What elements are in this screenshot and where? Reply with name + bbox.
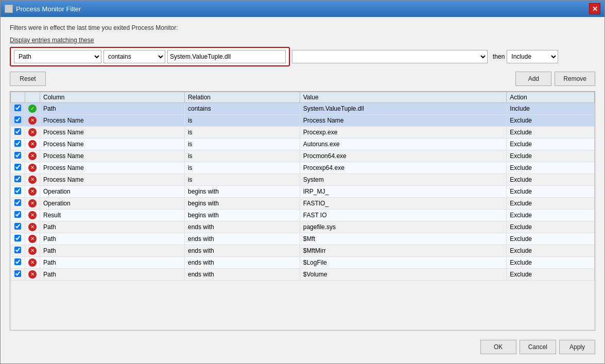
exclude-icon: ✕ (28, 116, 37, 125)
col-icon (25, 92, 40, 103)
exclude-icon: ✕ (28, 235, 37, 243)
table-row[interactable]: ✕Process NameisProcexp.exeExclude (11, 127, 595, 138)
cell-relation: is (184, 115, 300, 127)
row-checkbox[interactable] (14, 211, 21, 218)
row-checkbox[interactable] (14, 258, 21, 265)
filter-section: Display entries matching these Path Proc… (10, 37, 595, 66)
row-checkbox[interactable] (14, 199, 21, 206)
cell-column: Process Name (40, 150, 185, 162)
row-checkbox[interactable] (14, 270, 21, 277)
col-relation: Relation (184, 92, 300, 103)
cell-relation: ends with (184, 245, 300, 257)
exclude-icon: ✕ (28, 176, 37, 184)
add-button[interactable]: Add (515, 72, 551, 86)
filter-label: Display entries matching these (10, 37, 595, 44)
row-checkbox[interactable] (14, 187, 21, 194)
apply-button[interactable]: Apply (559, 340, 595, 354)
exclude-icon: ✕ (28, 128, 37, 136)
exclude-icon: ✕ (28, 223, 37, 231)
info-text: Filters were in effect the last time you… (10, 24, 595, 31)
exclude-icon: ✕ (28, 199, 37, 207)
table-row[interactable]: ✕Operationbegins withIRP_MJ_Exclude (11, 186, 595, 198)
table-row[interactable]: ✓PathcontainsSystem.ValueTuple.dllInclud… (11, 103, 595, 115)
exclude-icon: ✕ (28, 140, 37, 148)
table-body: ✓PathcontainsSystem.ValueTuple.dllInclud… (11, 103, 595, 281)
add-remove-group: Add Remove (515, 72, 595, 86)
table-row[interactable]: ✕Process NameisProcmon64.exeExclude (11, 150, 595, 162)
cell-column: Path (40, 245, 185, 257)
cell-column: Operation (40, 186, 185, 198)
remove-button[interactable]: Remove (555, 72, 595, 86)
filter-row: Path Process Name Operation Result conta… (10, 47, 595, 66)
row-checkbox[interactable] (14, 116, 21, 123)
action-select[interactable]: Include Exclude (507, 50, 558, 63)
col-check (11, 92, 25, 103)
row-checkbox[interactable] (14, 140, 21, 147)
exclude-icon: ✕ (28, 258, 37, 267)
cell-column: Path (40, 221, 185, 233)
value-input[interactable] (167, 50, 286, 63)
table-row[interactable]: ✕Process NameisProcexp64.exeExclude (11, 162, 595, 174)
exclude-icon: ✕ (28, 270, 37, 279)
table-row[interactable]: ✕Pathends with$MftExclude (11, 233, 595, 245)
cell-value: $LogFile (300, 257, 507, 269)
exclude-icon: ✕ (28, 187, 37, 196)
cell-value: FAST IO (300, 210, 507, 221)
row-checkbox[interactable] (14, 223, 21, 230)
cell-action: Exclude (507, 257, 595, 269)
row-checkbox[interactable] (14, 128, 21, 135)
row-checkbox[interactable] (14, 247, 21, 253)
cell-column: Process Name (40, 174, 185, 186)
table-row[interactable]: ✕Pathends with$MftMirrExclude (11, 245, 595, 257)
close-button[interactable]: ✕ (589, 3, 600, 14)
extra-value-select[interactable] (292, 50, 488, 63)
cell-action: Exclude (507, 174, 595, 186)
cell-column: Path (40, 269, 185, 281)
cell-action: Exclude (507, 245, 595, 257)
cell-relation: ends with (184, 257, 300, 269)
reset-button[interactable]: Reset (10, 72, 46, 86)
column-select[interactable]: Path Process Name Operation Result (14, 50, 101, 63)
filter-table-container: Column Relation Value Action ✓Pathcontai… (10, 91, 595, 331)
cell-relation: is (184, 174, 300, 186)
row-checkbox[interactable] (14, 235, 21, 241)
table-row[interactable]: ✕Resultbegins withFAST IOExclude (11, 210, 595, 221)
cell-action: Exclude (507, 150, 595, 162)
table-row[interactable]: ✕Pathends with$VolumeExclude (11, 269, 595, 281)
then-label: then (493, 53, 505, 60)
ok-button[interactable]: OK (480, 340, 516, 354)
cell-action: Exclude (507, 186, 595, 198)
cell-value: $Volume (300, 269, 507, 281)
cell-action: Exclude (507, 233, 595, 245)
row-checkbox[interactable] (14, 152, 21, 159)
row-checkbox[interactable] (14, 105, 21, 111)
cell-value: IRP_MJ_ (300, 186, 507, 198)
bottom-button-row: OK Cancel Apply (10, 336, 595, 356)
cancel-button[interactable]: Cancel (520, 340, 556, 354)
cell-value: $MftMirr (300, 245, 507, 257)
exclude-icon: ✕ (28, 152, 37, 160)
cell-value: Procmon64.exe (300, 150, 507, 162)
cell-value: Procexp.exe (300, 127, 507, 138)
row-checkbox[interactable] (14, 176, 21, 182)
cell-value: $Mft (300, 233, 507, 245)
relation-select[interactable]: contains is begins with ends with less t… (103, 50, 165, 63)
table-row[interactable]: ✕Pathends withpagefile.sysExclude (11, 221, 595, 233)
cell-action: Exclude (507, 162, 595, 174)
cell-value: Autoruns.exe (300, 138, 507, 150)
row-checkbox[interactable] (14, 164, 21, 170)
dialog-content: Filters were in effect the last time you… (1, 17, 604, 363)
table-row[interactable]: ✕Process NameisProcess NameExclude (11, 115, 595, 127)
table-row[interactable]: ✕Process NameisSystemExclude (11, 174, 595, 186)
cell-value: System.ValueTuple.dll (300, 103, 507, 115)
cell-action: Exclude (507, 210, 595, 221)
table-row[interactable]: ✕Process NameisAutoruns.exeExclude (11, 138, 595, 150)
table-row[interactable]: ✕Pathends with$LogFileExclude (11, 257, 595, 269)
cell-column: Process Name (40, 138, 185, 150)
cell-value: Process Name (300, 115, 507, 127)
table-row[interactable]: ✕Operationbegins withFASTIO_Exclude (11, 198, 595, 210)
title-bar: Process Monitor Filter ✕ (1, 1, 604, 17)
cell-action: Exclude (507, 269, 595, 281)
window-title: Process Monitor Filter (16, 5, 81, 13)
table-scroll-area[interactable]: Column Relation Value Action ✓Pathcontai… (10, 92, 595, 330)
